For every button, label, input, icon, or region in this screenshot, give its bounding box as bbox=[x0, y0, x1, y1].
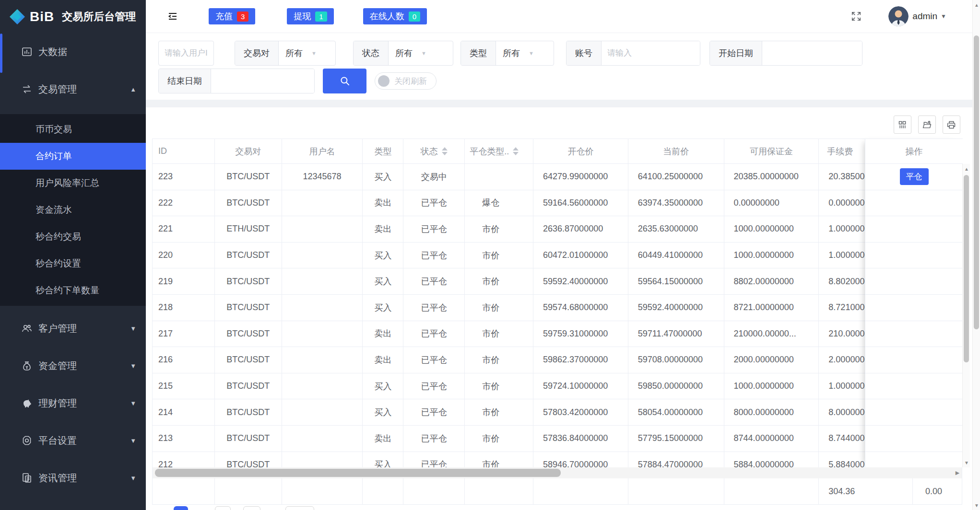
collapse-sidebar-icon[interactable] bbox=[167, 11, 178, 22]
search-button[interactable] bbox=[323, 69, 366, 93]
close-position-button[interactable]: 平仓 bbox=[900, 168, 929, 185]
scroll-up-icon[interactable]: ▲ bbox=[973, 1, 980, 9]
col-header-close-type-label: 平仓类型.. bbox=[470, 146, 509, 157]
table-row[interactable]: 216 BTC/USDT 卖出 已平仓 市价 59862.37000000 59… bbox=[153, 347, 962, 373]
table-row[interactable]: 212 BTC/USDT 买入 已平仓 市价 58946.70000000 57… bbox=[153, 452, 962, 467]
table-row[interactable]: 217 BTC/USDT 卖出 已平仓 市价 59759.31000000 59… bbox=[153, 321, 962, 348]
online-users-button[interactable]: 在线人数 0 bbox=[363, 8, 427, 24]
sidebar-item-sec-contract-settings[interactable]: 秒合约设置 bbox=[0, 250, 146, 277]
col-header-username[interactable]: 用户名 bbox=[282, 139, 363, 163]
withdraw-button[interactable]: 提现 1 bbox=[287, 8, 333, 24]
pagination-page-button[interactable] bbox=[243, 506, 260, 510]
refresh-toggle[interactable]: 关闭刷新 bbox=[375, 72, 437, 90]
pair-select[interactable]: 所有 ▼ bbox=[279, 41, 335, 65]
pagination-active-page-button[interactable] bbox=[174, 506, 188, 510]
sidebar-item-label: 用户风险率汇总 bbox=[35, 177, 99, 189]
col-header-close-type[interactable]: 平仓类型.. bbox=[465, 139, 533, 163]
pagination-page-button[interactable] bbox=[215, 506, 231, 510]
col-header-id[interactable]: ID bbox=[153, 139, 215, 163]
cell-status: 交易中 bbox=[403, 164, 465, 190]
pair-filter: 交易对 所有 ▼ bbox=[235, 41, 336, 66]
sidebar-item-contract-orders[interactable]: 合约订单 bbox=[0, 143, 146, 170]
sidebar-item-platform-settings[interactable]: 平台设置 ▼ bbox=[0, 428, 146, 453]
fullscreen-icon[interactable] bbox=[851, 11, 862, 22]
col-header-status[interactable]: 状态 bbox=[403, 139, 465, 163]
column-settings-button[interactable] bbox=[894, 116, 911, 134]
sidebar-item-user-risk[interactable]: 用户风险率汇总 bbox=[0, 170, 146, 197]
table-row[interactable]: 215 BTC/USDT 买入 已平仓 市价 59724.10000000 59… bbox=[153, 373, 962, 400]
page-title: 交易所后台管理 bbox=[62, 10, 136, 24]
end-date-input[interactable] bbox=[211, 69, 314, 93]
pagination-page-button[interactable] bbox=[285, 506, 314, 510]
cell-action bbox=[865, 426, 963, 452]
sort-icon[interactable] bbox=[442, 147, 448, 155]
table-body: 223 BTC/USDT 12345678 买入 交易中 64279.99000… bbox=[153, 164, 962, 467]
horizontal-scrollbar-thumb[interactable] bbox=[155, 469, 561, 477]
sidebar-item-sec-contract-trade[interactable]: 秒合约交易 bbox=[0, 223, 146, 250]
table-row[interactable]: 219 BTC/USDT 买入 已平仓 市价 59592.40000000 59… bbox=[153, 268, 962, 295]
cell-id: 216 bbox=[153, 347, 215, 373]
user-name[interactable]: admin bbox=[912, 11, 937, 22]
sidebar-item-copytrade-mgmt[interactable]: 跟单管理 ▼ bbox=[0, 503, 146, 510]
sidebar-item-wealth-mgmt[interactable]: 理财管理 ▼ bbox=[0, 391, 146, 416]
sidebar-item-label: 秒合约设置 bbox=[35, 257, 81, 270]
scroll-up-icon[interactable]: ▲ bbox=[963, 165, 970, 173]
pair-filter-label: 交易对 bbox=[235, 41, 279, 65]
account-input[interactable] bbox=[602, 41, 700, 65]
scroll-down-icon[interactable]: ▼ bbox=[963, 459, 970, 466]
avatar[interactable] bbox=[888, 6, 909, 26]
sidebar-item-label: 合约订单 bbox=[35, 150, 72, 162]
table-row[interactable]: 221 ETH/USDT 卖出 已平仓 市价 2636.87000000 263… bbox=[153, 216, 962, 243]
sidebar-item-news-mgmt[interactable]: 资讯管理 ▼ bbox=[0, 465, 146, 490]
status-select[interactable]: 所有 ▼ bbox=[389, 41, 453, 65]
scroll-down-icon[interactable]: ▼ bbox=[973, 501, 980, 509]
cell-type: 买入 bbox=[363, 373, 403, 399]
table-vertical-scrollbar[interactable]: ▲ ▼ bbox=[962, 164, 970, 467]
sidebar-item-fund-mgmt[interactable]: 资金管理 ▼ bbox=[0, 353, 146, 378]
cell-status: 已平仓 bbox=[403, 268, 465, 294]
table-row[interactable]: 213 BTC/USDT 卖出 已平仓 市价 57836.84000000 57… bbox=[153, 426, 962, 452]
cell-close-type: 市价 bbox=[465, 295, 533, 321]
cell-open-price: 58946.70000000 bbox=[533, 452, 628, 467]
col-header-pair[interactable]: 交易对 bbox=[215, 139, 282, 163]
col-header-margin[interactable]: 可用保证金 bbox=[724, 139, 819, 163]
col-header-current-price[interactable]: 当前价 bbox=[628, 139, 724, 163]
swap-arrows-icon bbox=[21, 83, 33, 95]
sort-icon[interactable] bbox=[513, 147, 519, 155]
sidebar-item-customer-mgmt[interactable]: 客户管理 ▼ bbox=[0, 316, 146, 341]
recharge-button[interactable]: 充值 3 bbox=[209, 8, 255, 24]
col-header-type[interactable]: 类型 bbox=[363, 139, 403, 163]
table-scrollbar-thumb[interactable] bbox=[964, 175, 969, 362]
export-button[interactable] bbox=[918, 116, 936, 134]
sidebar-item-fund-flow[interactable]: 资金流水 bbox=[0, 197, 146, 223]
horizontal-scrollbar[interactable]: ◀ ▶ bbox=[153, 467, 962, 478]
sidebar-item-trade-mgmt[interactable]: 交易管理 ▲ bbox=[0, 77, 146, 102]
cell-id: 220 bbox=[153, 243, 215, 268]
table-row[interactable]: 214 BTC/USDT 买入 已平仓 市价 57803.42000000 58… bbox=[153, 399, 962, 426]
col-header-open-price[interactable]: 开仓价 bbox=[533, 139, 628, 163]
page-scrollbar-thumb[interactable] bbox=[974, 35, 979, 329]
cell-action bbox=[865, 216, 963, 243]
table-row[interactable]: 220 BTC/USDT 买入 已平仓 市价 60472.01000000 60… bbox=[153, 243, 962, 269]
table-row[interactable]: 222 BTC/USDT 卖出 已平仓 爆仓 59164.56000000 63… bbox=[153, 190, 962, 217]
sidebar-item-bigdata[interactable]: 大数据 bbox=[0, 39, 146, 64]
type-select[interactable]: 所有 ▼ bbox=[496, 41, 554, 65]
user-menu-chevron-down-icon[interactable]: ▼ bbox=[941, 13, 946, 20]
cell-current-price: 59564.15000000 bbox=[628, 268, 724, 294]
cell-close-type: 市价 bbox=[465, 373, 533, 399]
cell-username: 12345678 bbox=[282, 164, 363, 190]
sidebar-item-spot-trade[interactable]: 币币交易 bbox=[0, 116, 146, 143]
fixed-action-column: 操作 平仓 bbox=[865, 139, 963, 467]
scroll-right-icon[interactable]: ▶ bbox=[953, 467, 962, 478]
online-users-label: 在线人数 bbox=[370, 11, 404, 22]
table-row[interactable]: 223 BTC/USDT 12345678 买入 交易中 64279.99000… bbox=[153, 164, 962, 190]
table-row[interactable]: 218 BTC/USDT 买入 已平仓 市价 59574.68000000 59… bbox=[153, 295, 962, 321]
page-vertical-scrollbar[interactable]: ▲ ▼ bbox=[972, 0, 980, 510]
cell-username bbox=[282, 347, 363, 373]
cell-close-type: 市价 bbox=[465, 399, 533, 425]
start-date-input[interactable] bbox=[762, 41, 862, 65]
print-button[interactable] bbox=[943, 116, 960, 134]
user-id-input[interactable] bbox=[158, 41, 214, 66]
status-filter: 状态 所有 ▼ bbox=[353, 41, 453, 66]
sidebar-item-sec-contract-qty[interactable]: 秒合约下单数量 bbox=[0, 277, 146, 304]
